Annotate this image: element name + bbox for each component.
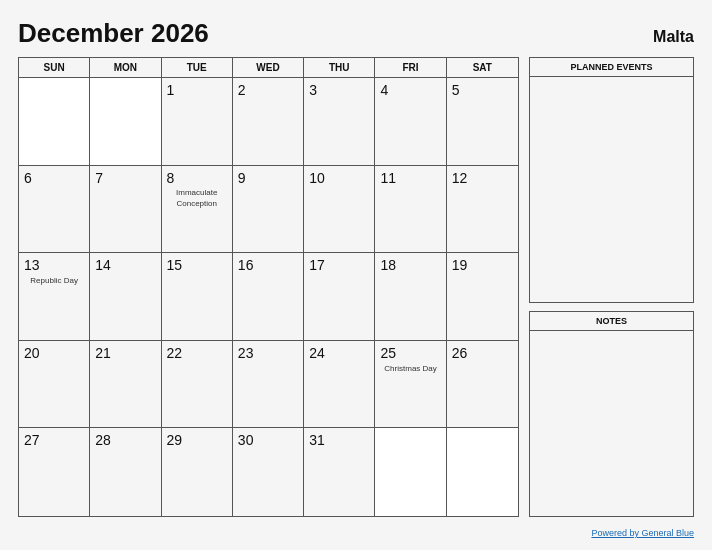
calendar-cell: 11 <box>375 166 446 254</box>
calendar-cell: 9 <box>233 166 304 254</box>
calendar-cell: 27 <box>19 428 90 516</box>
calendar-cell: 31 <box>304 428 375 516</box>
calendar-cell <box>19 78 90 166</box>
day-headers: SUNMONTUEWEDTHUFRISAT <box>19 58 518 78</box>
calendar-cell: 16 <box>233 253 304 341</box>
day-header: FRI <box>375 58 446 77</box>
cell-number: 29 <box>167 432 227 449</box>
cell-number: 7 <box>95 170 155 187</box>
month-title: December 2026 <box>18 18 209 49</box>
cell-number: 17 <box>309 257 369 274</box>
calendar-cell: 21 <box>90 341 161 429</box>
calendar-cell: 7 <box>90 166 161 254</box>
day-header: TUE <box>162 58 233 77</box>
calendar-cell: 10 <box>304 166 375 254</box>
calendar-cell: 1 <box>162 78 233 166</box>
calendar-cell: 14 <box>90 253 161 341</box>
cell-number: 13 <box>24 257 84 274</box>
main-content: SUNMONTUEWEDTHUFRISAT 12345678Immaculate… <box>18 57 694 517</box>
cell-number: 24 <box>309 345 369 362</box>
cell-number: 5 <box>452 82 513 99</box>
planned-events-content <box>530 77 693 302</box>
notes-box: NOTES <box>529 311 694 517</box>
calendar-cell: 28 <box>90 428 161 516</box>
cell-number: 30 <box>238 432 298 449</box>
calendar-cell: 2 <box>233 78 304 166</box>
calendar-cell: 3 <box>304 78 375 166</box>
planned-events-box: PLANNED EVENTS <box>529 57 694 303</box>
cell-event: Immaculate Conception <box>167 188 227 209</box>
country-title: Malta <box>653 28 694 46</box>
calendar-cell: 15 <box>162 253 233 341</box>
calendar-grid: 12345678Immaculate Conception910111213Re… <box>19 78 518 516</box>
calendar-cell: 5 <box>447 78 518 166</box>
calendar-cell: 6 <box>19 166 90 254</box>
cell-number: 16 <box>238 257 298 274</box>
calendar-cell: 17 <box>304 253 375 341</box>
day-header: SUN <box>19 58 90 77</box>
calendar-cell: 23 <box>233 341 304 429</box>
footer: Powered by General Blue <box>18 522 694 540</box>
calendar-cell: 12 <box>447 166 518 254</box>
calendar-cell: 4 <box>375 78 446 166</box>
cell-number: 23 <box>238 345 298 362</box>
calendar-cell: 8Immaculate Conception <box>162 166 233 254</box>
cell-number: 10 <box>309 170 369 187</box>
cell-number: 8 <box>167 170 227 187</box>
cell-number: 6 <box>24 170 84 187</box>
calendar-cell: 18 <box>375 253 446 341</box>
cell-number: 19 <box>452 257 513 274</box>
calendar-cell: 19 <box>447 253 518 341</box>
cell-event: Republic Day <box>24 276 84 286</box>
header: December 2026 Malta <box>18 18 694 49</box>
calendar-cell <box>90 78 161 166</box>
calendar-cell <box>375 428 446 516</box>
day-header: MON <box>90 58 161 77</box>
notes-content <box>530 331 693 516</box>
cell-number: 28 <box>95 432 155 449</box>
calendar-page: December 2026 Malta SUNMONTUEWEDTHUFRISA… <box>0 0 712 550</box>
calendar-cell: 29 <box>162 428 233 516</box>
day-header: SAT <box>447 58 518 77</box>
cell-number: 20 <box>24 345 84 362</box>
calendar-cell: 26 <box>447 341 518 429</box>
cell-number: 25 <box>380 345 440 362</box>
sidebar: PLANNED EVENTS NOTES <box>529 57 694 517</box>
notes-title: NOTES <box>530 312 693 331</box>
cell-number: 27 <box>24 432 84 449</box>
cell-number: 26 <box>452 345 513 362</box>
calendar-cell: 30 <box>233 428 304 516</box>
calendar-cell: 24 <box>304 341 375 429</box>
cell-number: 21 <box>95 345 155 362</box>
calendar-cell: 22 <box>162 341 233 429</box>
cell-number: 18 <box>380 257 440 274</box>
cell-number: 9 <box>238 170 298 187</box>
cell-number: 12 <box>452 170 513 187</box>
day-header: WED <box>233 58 304 77</box>
cell-number: 2 <box>238 82 298 99</box>
calendar-cell: 13Republic Day <box>19 253 90 341</box>
planned-events-title: PLANNED EVENTS <box>530 58 693 77</box>
calendar-cell <box>447 428 518 516</box>
powered-by-link[interactable]: Powered by General Blue <box>591 528 694 538</box>
cell-number: 22 <box>167 345 227 362</box>
calendar-cell: 25Christmas Day <box>375 341 446 429</box>
cell-number: 4 <box>380 82 440 99</box>
cell-event: Christmas Day <box>380 364 440 374</box>
cell-number: 14 <box>95 257 155 274</box>
day-header: THU <box>304 58 375 77</box>
cell-number: 15 <box>167 257 227 274</box>
cell-number: 31 <box>309 432 369 449</box>
cell-number: 3 <box>309 82 369 99</box>
cell-number: 1 <box>167 82 227 99</box>
calendar-cell: 20 <box>19 341 90 429</box>
cell-number: 11 <box>380 170 440 187</box>
calendar-section: SUNMONTUEWEDTHUFRISAT 12345678Immaculate… <box>18 57 519 517</box>
